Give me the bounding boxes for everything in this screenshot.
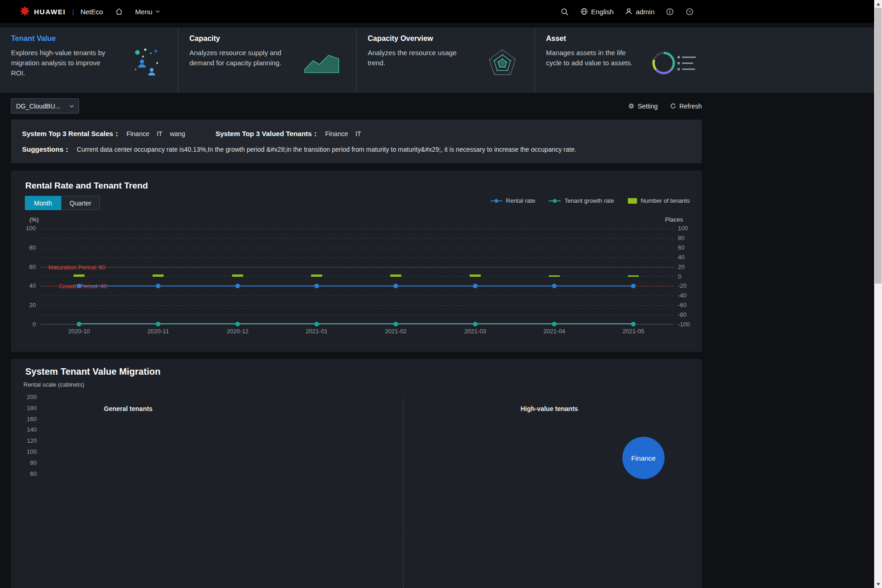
axis-tick: 80 (29, 244, 36, 251)
user-menu[interactable]: admin (625, 7, 654, 16)
area-chart-icon (302, 48, 341, 79)
axis-tick: 40 (678, 254, 684, 261)
toggle-quarter-button[interactable]: Quarter (61, 196, 100, 210)
language-label: English (591, 8, 614, 16)
axis-tick: 80 (678, 234, 684, 241)
axis-tick: 80 (21, 459, 37, 466)
card-title: Capacity (189, 34, 284, 43)
feature-card-tenant-value[interactable]: Tenant Value Explores high-value tenants… (0, 28, 178, 93)
axis-tick: 100 (26, 225, 36, 232)
home-button[interactable] (115, 7, 123, 16)
brand-name: HUAWEI (34, 8, 66, 16)
vertical-scrollbar[interactable] (874, 0, 882, 588)
rental-rate-point (156, 284, 160, 288)
card-description: Manages assets in the life cycle to add … (546, 48, 641, 68)
axis-tick: 0 (33, 321, 36, 328)
axis-tick: 140 (21, 426, 37, 433)
tenants-bar (390, 274, 401, 277)
feature-cards-strip: Tenant Value Explores high-value tenants… (0, 28, 882, 93)
gear-icon (628, 103, 635, 109)
rental-scales-label: System Top 3 Rental Scales： (22, 130, 120, 138)
scope-selector-dropdown[interactable]: DG_CloudBU... (11, 98, 79, 114)
axis-tick: -100 (678, 321, 690, 328)
axis-tick: 20 (29, 302, 36, 308)
feature-card-capacity-overview[interactable]: Capacity Overview Analyzes the resource … (357, 28, 535, 93)
growth-rate-point (552, 322, 557, 326)
axis-tick: 60 (29, 263, 36, 270)
rental-rate-point (314, 284, 319, 288)
refresh-button[interactable]: Refresh (670, 103, 702, 110)
rental-rate-line (79, 285, 633, 286)
maturation-period-label: Maturation Period: 60 (48, 264, 105, 271)
card-title: Asset (546, 34, 641, 43)
suggestions-text: Current data center occupancy rate is40.… (77, 146, 576, 153)
legend-tenant-growth-rate[interactable]: Tenant growth rate (549, 197, 614, 204)
tenant-migration-panel: System Tenant Value Migration Rental sca… (11, 359, 702, 588)
axis-tick: 180 (21, 405, 37, 411)
tenants-bar (74, 274, 85, 277)
growth-rate-point (314, 322, 319, 326)
nav-separator: | (72, 8, 74, 16)
search-button[interactable] (560, 7, 569, 16)
bar-marker-green (628, 198, 637, 204)
setting-button[interactable]: Setting (628, 103, 658, 110)
growth-rate-point (235, 322, 240, 326)
region-label-general: General tenants (91, 405, 165, 412)
axis-tick: -40 (678, 292, 687, 299)
setting-label: Setting (637, 103, 658, 110)
globe-icon (580, 7, 588, 16)
user-icon (625, 7, 633, 16)
growth-rate-point (77, 322, 81, 326)
menu-button[interactable]: Menu (135, 8, 160, 16)
trend-plot-area: Maturation Period: 60 Growth Period: 40 … (40, 228, 673, 325)
axis-tick: 0 (678, 273, 681, 280)
x-axis-label: 2021-03 (455, 328, 496, 335)
period-toggle: Month Quarter (25, 196, 100, 210)
legend-label: Number of tenants (641, 197, 690, 204)
growth-rate-point (156, 322, 160, 326)
scroll-up-arrow[interactable] (874, 0, 882, 8)
suggestions-label: Suggestions： (22, 145, 70, 154)
panel-title: Rental Rate and Tenant Trend (25, 181, 148, 191)
legend-number-of-tenants[interactable]: Number of tenants (628, 197, 690, 204)
bubble-label: Finance (631, 454, 655, 462)
right-axis-ticks: 100 80 60 40 20 0 -20 -40 -60 -80 -100 (678, 228, 699, 325)
toggle-month-button[interactable]: Month (25, 196, 61, 210)
x-axis-label: 2021-05 (613, 328, 654, 335)
about-button[interactable] (666, 7, 674, 16)
line-dot-marker-teal (549, 199, 561, 203)
scroll-down-arrow[interactable] (874, 580, 882, 588)
help-icon: ? (685, 7, 694, 16)
axis-tick: 60 (21, 470, 37, 477)
language-selector[interactable]: English (580, 7, 614, 16)
tenants-bar (311, 274, 322, 277)
rental-rate-point (631, 284, 636, 288)
x-axis-label: 2021-04 (534, 328, 575, 335)
valued-tenant-item: Finance (325, 130, 348, 137)
axis-tick: -60 (678, 302, 687, 308)
maturation-period-line (40, 267, 673, 268)
x-axis-label: 2020-12 (217, 328, 258, 335)
feature-card-asset[interactable]: Asset Manages assets in the life cycle t… (535, 28, 713, 93)
panel-title: System Tenant Value Migration (25, 366, 160, 377)
growth-rate-point (393, 322, 398, 326)
legend-label: Rental rate (506, 197, 535, 204)
axis-tick: 20 (678, 263, 684, 270)
right-axis-caption: Places (665, 216, 683, 223)
card-title: Capacity Overview (368, 34, 462, 43)
axis-tick: 40 (29, 282, 36, 289)
refresh-icon (670, 103, 677, 109)
tenants-bar (153, 274, 164, 277)
legend-rental-rate[interactable]: Rental rate (490, 197, 535, 204)
radar-chart-icon (485, 47, 520, 80)
scrollbar-thumb[interactable] (875, 8, 882, 284)
svg-text:?: ? (689, 9, 691, 14)
card-description: Explores high-value tenants by migration… (11, 48, 106, 78)
help-button[interactable]: ? (685, 7, 694, 16)
feature-card-capacity[interactable]: Capacity Analyzes resource supply and de… (178, 28, 357, 93)
y-axis-caption: Rental scale (cabinets) (23, 381, 84, 388)
rental-scale-item: IT (157, 130, 162, 137)
rental-rate-point (235, 284, 240, 288)
huawei-brand: HUAWEI (19, 6, 66, 18)
tenant-bubble-finance[interactable]: Finance (622, 437, 665, 479)
